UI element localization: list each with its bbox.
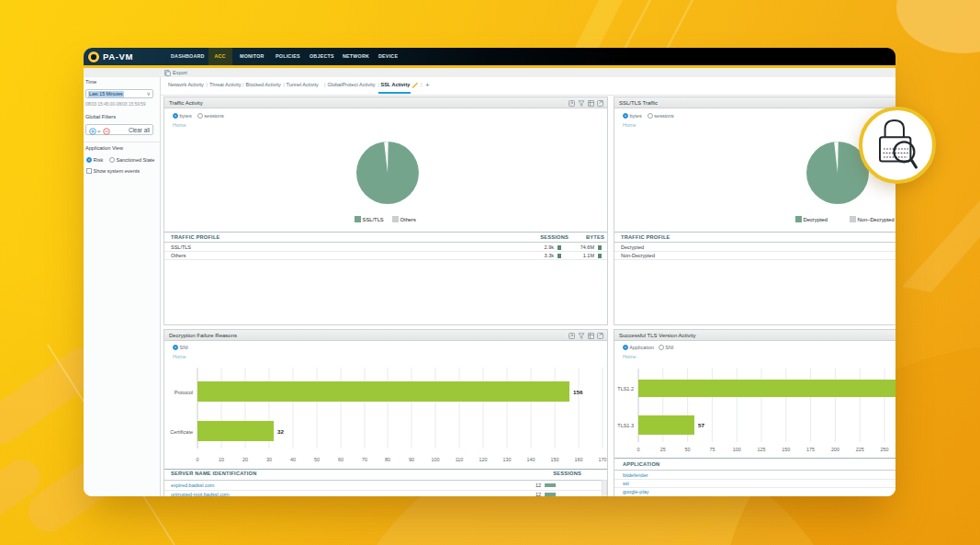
- svg-text:80: 80: [385, 457, 390, 462]
- svg-text:175: 175: [806, 447, 815, 452]
- svg-text:Certificate: Certificate: [170, 429, 193, 435]
- svg-text:20: 20: [242, 457, 248, 462]
- svg-text:110: 110: [456, 457, 464, 462]
- svg-text:32: 32: [277, 428, 284, 435]
- svg-text:170: 170: [599, 457, 607, 462]
- svg-text:100: 100: [733, 447, 741, 452]
- svg-text:TLS1.3: TLS1.3: [617, 423, 634, 428]
- svg-text:30: 30: [266, 457, 272, 462]
- svg-text:150: 150: [782, 447, 790, 452]
- svg-text:0: 0: [197, 457, 199, 462]
- svg-text:125: 125: [758, 447, 766, 452]
- svg-text:0: 0: [637, 447, 640, 452]
- svg-text:Protocol: Protocol: [175, 390, 193, 395]
- svg-text:120: 120: [479, 457, 488, 462]
- svg-text:250: 250: [881, 447, 889, 452]
- svg-text:75: 75: [709, 447, 715, 452]
- svg-text:160: 160: [575, 457, 583, 462]
- svg-text:90: 90: [409, 457, 414, 462]
- svg-text:130: 130: [503, 457, 512, 462]
- svg-text:60: 60: [338, 457, 344, 462]
- svg-text:57: 57: [698, 422, 704, 428]
- svg-text:156: 156: [573, 389, 583, 395]
- svg-text:TLS1.2: TLS1.2: [617, 386, 634, 392]
- svg-text:225: 225: [856, 447, 864, 452]
- svg-text:140: 140: [527, 457, 535, 462]
- svg-text:150: 150: [551, 457, 559, 462]
- svg-text:200: 200: [831, 447, 839, 452]
- svg-text:25: 25: [660, 447, 666, 452]
- svg-text:10: 10: [219, 457, 224, 462]
- svg-text:50: 50: [314, 457, 320, 462]
- svg-text:100: 100: [432, 457, 440, 462]
- svg-text:40: 40: [290, 457, 296, 462]
- svg-text:50: 50: [685, 447, 691, 452]
- svg-text:70: 70: [362, 457, 367, 462]
